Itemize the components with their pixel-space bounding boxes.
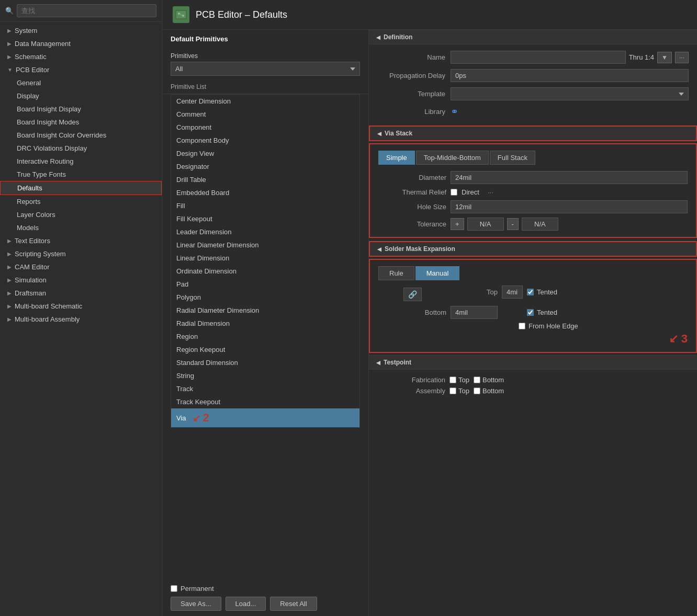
expand-arrow: ▶ bbox=[7, 290, 12, 296]
primitives-panel: Default Primitives Primitives All Primit… bbox=[162, 30, 369, 616]
solder-bottom-label: Bottom bbox=[378, 309, 446, 316]
template-select[interactable] bbox=[451, 87, 689, 100]
sidebar-item-system[interactable]: ▶ System bbox=[0, 24, 162, 37]
list-item[interactable]: Region Keepout bbox=[171, 343, 359, 356]
list-item[interactable]: Ordinate Dimension bbox=[171, 265, 359, 278]
sidebar-item-defaults[interactable]: Defaults bbox=[0, 181, 162, 195]
list-item[interactable]: Polygon bbox=[171, 291, 359, 304]
list-item[interactable]: Fill Keepout bbox=[171, 212, 359, 225]
save-as-button[interactable]: Save As... bbox=[171, 597, 221, 611]
thermal-direct-checkbox[interactable] bbox=[451, 189, 457, 196]
sidebar-item-general[interactable]: General bbox=[0, 76, 162, 89]
tolerance-minus-input[interactable] bbox=[522, 218, 558, 231]
name-dropdown-btn[interactable]: ▼ bbox=[657, 52, 672, 63]
assembly-top-checkbox[interactable] bbox=[449, 387, 456, 394]
link-button[interactable]: 🔗 bbox=[378, 288, 446, 301]
hole-size-input[interactable] bbox=[451, 200, 688, 213]
from-hole-group: From Hole Edge bbox=[519, 322, 578, 330]
svg-point-1 bbox=[178, 13, 180, 15]
list-item[interactable]: Designator bbox=[171, 160, 359, 173]
list-item[interactable]: Standard Dimension bbox=[171, 356, 359, 369]
sidebar-item-simulation[interactable]: ▶ Simulation bbox=[0, 273, 162, 287]
expand-arrow: ▶ bbox=[7, 251, 12, 257]
sidebar-item-text-editors[interactable]: ▶ Text Editors bbox=[0, 234, 162, 247]
fabrication-top-checkbox[interactable] bbox=[449, 377, 456, 383]
solder-top-input[interactable] bbox=[502, 286, 523, 299]
tab-full-stack[interactable]: Full Stack bbox=[490, 151, 535, 165]
list-item[interactable]: Center Dimension bbox=[171, 95, 359, 108]
sidebar-item-schematic[interactable]: ▶ Schematic bbox=[0, 50, 162, 63]
via-stack-section-header: ◀ Via Stack bbox=[369, 126, 697, 141]
primitives-filter-select[interactable]: All bbox=[171, 62, 360, 76]
expand-arrow: ▶ bbox=[7, 238, 12, 244]
sidebar-item-models[interactable]: Models bbox=[0, 221, 162, 234]
list-item[interactable]: String bbox=[171, 369, 359, 382]
list-item[interactable]: Region bbox=[171, 330, 359, 343]
bottom-tented-checkbox[interactable] bbox=[527, 309, 534, 316]
list-item[interactable]: Radial Dimension bbox=[171, 317, 359, 330]
from-hole-checkbox[interactable] bbox=[519, 323, 525, 329]
solder-bottom-input[interactable] bbox=[451, 306, 498, 319]
rule-button[interactable]: Rule bbox=[378, 266, 414, 280]
top-tented-checkbox[interactable] bbox=[527, 289, 534, 295]
permanent-checkbox[interactable] bbox=[171, 585, 177, 592]
expand-arrow: ▶ bbox=[7, 54, 12, 60]
tolerance-plus-btn[interactable]: + bbox=[451, 218, 464, 230]
sidebar-item-multiboard-schematic[interactable]: ▶ Multi-board Schematic bbox=[0, 300, 162, 313]
sidebar-item-multiboard-assembly[interactable]: ▶ Multi-board Assembly bbox=[0, 313, 162, 326]
sidebar-item-cam-editor[interactable]: ▶ CAM Editor bbox=[0, 260, 162, 273]
sidebar-item-reports[interactable]: Reports bbox=[0, 195, 162, 208]
sidebar: 🔍 ▶ System ▶ Data Management ▶ Schematic… bbox=[0, 0, 162, 616]
tab-simple[interactable]: Simple bbox=[378, 151, 415, 165]
manual-button[interactable]: Manual bbox=[415, 266, 460, 280]
link-icon-btn[interactable]: 🔗 bbox=[403, 288, 422, 301]
list-item[interactable]: Fill bbox=[171, 199, 359, 212]
tolerance-minus-btn[interactable]: - bbox=[507, 218, 519, 230]
tab-top-middle-bottom[interactable]: Top-Middle-Bottom bbox=[416, 151, 489, 165]
expand-arrow: ▼ bbox=[7, 67, 13, 73]
main-content: PCB Editor – Defaults Default Primitives… bbox=[162, 0, 697, 616]
content-area: Default Primitives Primitives All Primit… bbox=[162, 30, 697, 616]
page-icon bbox=[173, 6, 189, 23]
propagation-delay-input[interactable] bbox=[451, 69, 689, 82]
reset-all-button[interactable]: Reset All bbox=[270, 597, 317, 611]
sidebar-item-pcb-editor[interactable]: ▼ PCB Editor bbox=[0, 63, 162, 76]
list-item[interactable]: Drill Table bbox=[171, 173, 359, 186]
sidebar-item-interactive-routing[interactable]: Interactive Routing bbox=[0, 155, 162, 168]
list-item[interactable]: Component Body bbox=[171, 134, 359, 147]
list-item[interactable]: Leader Dimension bbox=[171, 225, 359, 238]
list-item[interactable]: Track Keepout bbox=[171, 395, 359, 408]
search-input[interactable] bbox=[17, 4, 156, 17]
sidebar-item-display[interactable]: Display bbox=[0, 89, 162, 102]
name-more-btn[interactable]: ··· bbox=[675, 52, 689, 63]
search-bar: 🔍 bbox=[0, 0, 162, 22]
sidebar-item-drc-violations[interactable]: DRC Violations Display bbox=[0, 142, 162, 155]
primitive-list[interactable]: Center Dimension Comment Component Compo… bbox=[171, 94, 360, 428]
sidebar-item-draftsman[interactable]: ▶ Draftsman bbox=[0, 287, 162, 300]
assembly-bottom-checkbox[interactable] bbox=[474, 387, 480, 394]
expand-arrow: ▶ bbox=[7, 264, 12, 270]
sidebar-item-true-type-fonts[interactable]: True Type Fonts bbox=[0, 168, 162, 181]
list-item[interactable]: Radial Diameter Dimension bbox=[171, 304, 359, 317]
sidebar-item-board-insight-display[interactable]: Board Insight Display bbox=[0, 102, 162, 116]
sidebar-item-data-management[interactable]: ▶ Data Management bbox=[0, 37, 162, 50]
tolerance-plus-input[interactable] bbox=[467, 218, 504, 231]
sidebar-item-scripting-system[interactable]: ▶ Scripting System bbox=[0, 247, 162, 260]
load-button[interactable]: Load... bbox=[226, 597, 266, 611]
list-item-via[interactable]: Via ↙ 2 bbox=[171, 408, 359, 427]
sidebar-item-board-insight-modes[interactable]: Board Insight Modes bbox=[0, 116, 162, 129]
list-item[interactable]: Design View bbox=[171, 147, 359, 160]
name-input[interactable] bbox=[451, 51, 626, 64]
fabrication-bottom-checkbox[interactable] bbox=[474, 377, 480, 383]
list-item[interactable]: Component bbox=[171, 121, 359, 134]
list-item[interactable]: Linear Dimension bbox=[171, 252, 359, 265]
list-item[interactable]: Embedded Board bbox=[171, 186, 359, 199]
list-item[interactable]: Track bbox=[171, 382, 359, 395]
hole-size-label: Hole Size bbox=[378, 203, 446, 211]
list-item[interactable]: Pad bbox=[171, 278, 359, 291]
sidebar-item-layer-colors[interactable]: Layer Colors bbox=[0, 208, 162, 221]
sidebar-item-board-insight-color[interactable]: Board Insight Color Overrides bbox=[0, 129, 162, 142]
list-item[interactable]: Comment bbox=[171, 108, 359, 121]
diameter-input[interactable] bbox=[451, 171, 688, 184]
list-item[interactable]: Linear Diameter Dimension bbox=[171, 238, 359, 252]
